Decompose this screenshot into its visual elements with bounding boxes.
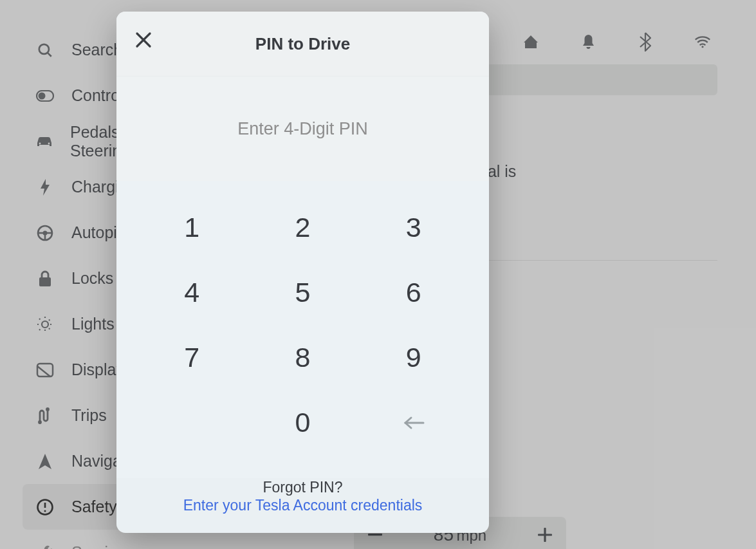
key-1[interactable]: 1 xyxy=(152,195,231,260)
pin-to-drive-modal: PIN to Drive Enter 4-Digit PIN 1 2 3 4 5… xyxy=(116,12,489,533)
key-5[interactable]: 5 xyxy=(263,260,342,325)
key-4[interactable]: 4 xyxy=(152,260,231,325)
modal-title: PIN to Drive xyxy=(255,34,350,54)
forgot-pin-link[interactable]: Enter your Tesla Account credentials xyxy=(116,496,489,515)
modal-header: PIN to Drive xyxy=(116,12,489,77)
forgot-pin-question: Forgot PIN? xyxy=(116,478,489,497)
pin-prompt: Enter 4-Digit PIN xyxy=(116,77,489,181)
key-8[interactable]: 8 xyxy=(263,325,342,390)
key-0[interactable]: 0 xyxy=(263,390,342,455)
close-button[interactable] xyxy=(134,31,158,54)
backspace-key[interactable] xyxy=(374,390,453,455)
key-3[interactable]: 3 xyxy=(374,195,453,260)
key-7[interactable]: 7 xyxy=(152,325,231,390)
key-2[interactable]: 2 xyxy=(263,195,342,260)
forgot-pin-section: Forgot PIN? Enter your Tesla Account cre… xyxy=(116,478,489,534)
key-blank xyxy=(152,390,231,455)
key-6[interactable]: 6 xyxy=(374,260,453,325)
key-9[interactable]: 9 xyxy=(374,325,453,390)
keypad: 1 2 3 4 5 6 7 8 9 0 xyxy=(116,181,489,478)
